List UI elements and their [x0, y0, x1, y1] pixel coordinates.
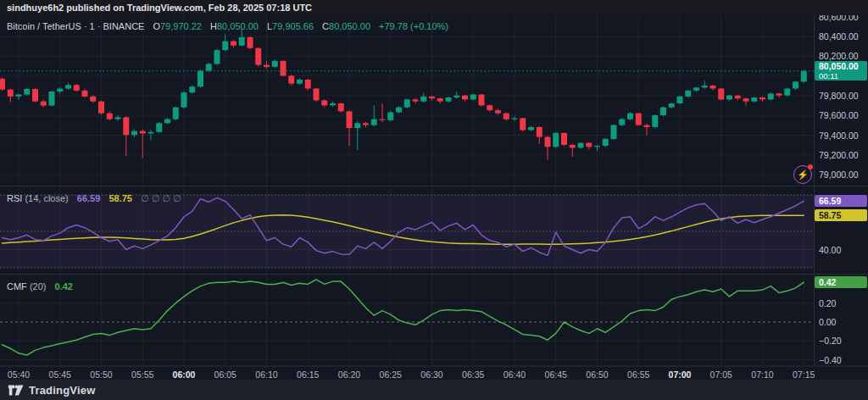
- bar-countdown: 00:11: [819, 71, 867, 81]
- time-axis-label: 06:50: [586, 369, 608, 380]
- price-axis-label: 79,600.00: [819, 110, 859, 120]
- time-axis-label: 06:10: [255, 369, 277, 380]
- candle-body: [371, 119, 377, 125]
- candle-body: [677, 97, 683, 103]
- candle-body: [735, 96, 741, 98]
- candle-body: [487, 105, 492, 110]
- candle-body: [338, 103, 344, 111]
- candle-body: [528, 127, 534, 130]
- candle-body: [82, 91, 88, 97]
- candle-body: [0, 79, 5, 90]
- candle-body: [578, 143, 584, 148]
- candle-body: [206, 64, 212, 70]
- candle-body: [90, 97, 96, 102]
- cmf-axis-badge: 0.42: [815, 276, 867, 288]
- candle-body: [693, 87, 699, 90]
- publish-header-text: sindhuye6h2 published on TradingView.com…: [7, 3, 312, 13]
- candle-body: [495, 110, 501, 113]
- rsi-axis-badge: 66.59: [815, 195, 867, 207]
- candle-body: [685, 91, 691, 97]
- candle-body: [140, 131, 146, 134]
- candle-body: [354, 123, 360, 128]
- last-price-badge: 80,050.00 00:11: [815, 61, 867, 81]
- candle-body: [553, 133, 559, 147]
- high-value: 80,050.00: [217, 21, 259, 31]
- candle-body: [594, 146, 600, 147]
- candle-body: [24, 89, 30, 95]
- candle-body: [479, 95, 485, 106]
- rsi-params: (14, close): [25, 193, 68, 203]
- candle-body: [264, 65, 270, 67]
- candle-body: [65, 85, 71, 88]
- candle-body: [297, 80, 303, 84]
- candle-body: [743, 98, 749, 101]
- last-price-badge-value: 80,050.00: [819, 62, 867, 71]
- candle-body: [248, 37, 253, 48]
- candle-body: [404, 99, 410, 107]
- candle-body: [446, 97, 452, 102]
- cmf-title: CMF: [7, 281, 27, 292]
- rsi-hidden-values: ∅ ∅ ∅ ∅: [141, 193, 181, 203]
- candle-body: [470, 95, 476, 100]
- publish-header: sindhuye6h2 published on TradingView.com…: [0, 0, 868, 15]
- candle-body: [660, 108, 666, 115]
- time-axis-label: 06:20: [338, 369, 360, 380]
- tradingview-snapshot: sindhuye6h2 published on TradingView.com…: [0, 0, 868, 400]
- candle-body: [16, 95, 22, 97]
- candle-body: [387, 112, 393, 119]
- candle-body: [107, 114, 113, 119]
- candle-body: [272, 61, 278, 67]
- cmf-axis-label: 0.00: [819, 317, 836, 327]
- time-axis-label: 06:30: [420, 369, 442, 380]
- cmf-axis-label: −0.40: [819, 355, 842, 365]
- candle-body: [710, 86, 716, 88]
- high-label: H: [210, 21, 217, 31]
- candle-body: [164, 119, 170, 124]
- tradingview-brand[interactable]: TradingView: [29, 384, 96, 397]
- candle-body: [520, 118, 526, 130]
- open-value: 79,970.22: [160, 21, 202, 31]
- candle-body: [718, 89, 724, 100]
- candle-body: [776, 93, 782, 95]
- time-axis[interactable]: [0, 366, 815, 380]
- open-label: O: [153, 21, 160, 31]
- change-value: +79.78 (+0.10%): [379, 21, 448, 31]
- time-axis-label: 07:10: [751, 369, 773, 380]
- candle-body: [784, 89, 790, 96]
- candle-body: [561, 133, 567, 145]
- cmf-value: 0.42: [55, 281, 73, 292]
- boost-button[interactable]: ⚡: [793, 165, 812, 184]
- candle-body: [115, 117, 121, 119]
- candle-body: [363, 123, 369, 125]
- rsi-axis-label: 40.00: [819, 245, 841, 255]
- lightning-icon: ⚡: [797, 170, 809, 180]
- time-axis-label: 07:00: [669, 369, 692, 380]
- price-axis-label: 79,800.00: [819, 91, 859, 101]
- candle-body: [396, 108, 402, 113]
- rsi-ma-axis-badge: 58.75: [815, 209, 867, 221]
- candle-body: [537, 127, 542, 137]
- candle-body: [347, 111, 353, 128]
- candle-body: [437, 98, 443, 101]
- candle-body: [49, 92, 55, 106]
- candle-body: [98, 102, 104, 114]
- notification-dot: [808, 164, 813, 169]
- candle-body: [314, 89, 320, 101]
- candle-body: [189, 86, 195, 92]
- candle-body: [801, 71, 807, 82]
- rsi-legend: RSI (14, close) 66.59 58.75 ∅ ∅ ∅ ∅: [7, 193, 181, 204]
- candle-body: [148, 132, 154, 134]
- candle-body: [173, 108, 179, 119]
- tradingview-logo-icon[interactable]: [8, 383, 24, 397]
- time-axis-label: 06:25: [380, 369, 402, 380]
- candle-body: [751, 97, 757, 102]
- time-axis-label: 06:15: [297, 369, 319, 380]
- candle-body: [586, 143, 592, 147]
- close-value: 80,050.00: [329, 21, 370, 31]
- candle-body: [726, 96, 732, 100]
- candle-body: [453, 96, 459, 97]
- candle-body: [41, 102, 47, 106]
- rsi-value: 66.59: [77, 193, 101, 203]
- candle-body: [8, 90, 14, 97]
- price-axis-label: 79,400.00: [819, 131, 859, 141]
